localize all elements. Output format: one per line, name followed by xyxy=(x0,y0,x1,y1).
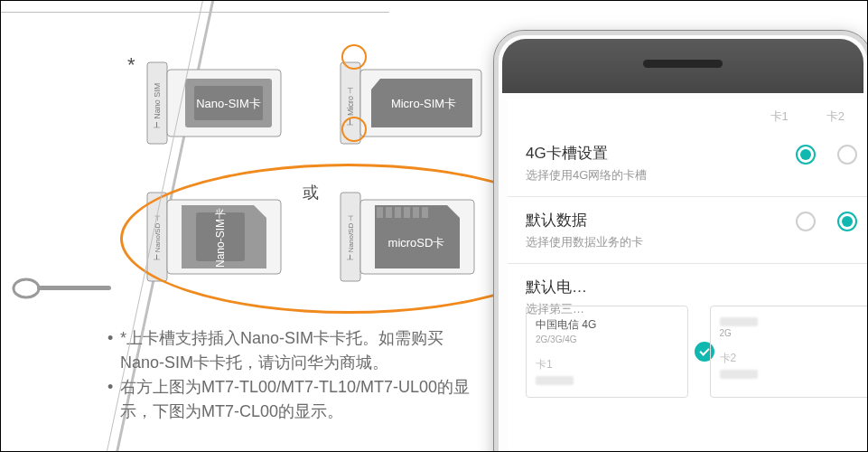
phone-screen: 卡1 卡2 4G卡槽设置选择使用4G网络的卡槽 默认数据选择使用数据业务的卡 默… xyxy=(508,99,868,452)
radio-icon[interactable] xyxy=(796,212,816,231)
note-1: *上卡槽支持插入Nano-SIM卡卡托。如需购买Nano-SIM卡卡托，请访问华… xyxy=(120,326,487,375)
sim-card-1[interactable]: 中国电信 4G 2G/3G/4G 卡1 xyxy=(526,306,688,398)
svg-point-20 xyxy=(14,279,39,297)
row-title: 默认数据 xyxy=(526,210,774,231)
svg-rect-17 xyxy=(404,207,410,218)
blurred-text xyxy=(720,317,758,326)
speaker-icon xyxy=(643,60,723,68)
svg-rect-19 xyxy=(422,207,428,218)
tray-nano-sim: Nano-SIM卡 ⊢ Nano SIM xyxy=(142,53,286,153)
svg-rect-16 xyxy=(395,207,401,218)
tray-b-card-label: Micro-SIM卡 xyxy=(391,97,456,110)
sim-tag: 卡1 xyxy=(536,357,678,372)
highlight-circle-icon xyxy=(341,117,367,142)
svg-rect-18 xyxy=(413,207,419,218)
tray-a-side-label: ⊢ Nano SIM xyxy=(153,83,162,129)
sim-net: 2G xyxy=(720,328,863,338)
asterisk: * xyxy=(127,53,135,77)
blurred-text xyxy=(720,370,758,379)
tray-c-card-label: Nano-SIM卡 xyxy=(214,208,227,268)
sim-card-2[interactable]: 2G 卡2 xyxy=(710,306,869,398)
radio-icon[interactable] xyxy=(796,145,816,165)
tray-c-side-label: ⊢ Nano/SD ⊣ xyxy=(154,215,162,261)
sim-net: 2G/3G/4G xyxy=(536,334,678,344)
row-subtitle: 选择使用数据业务的卡 xyxy=(526,234,774,250)
sim-name: 中国电信 4G xyxy=(536,317,678,333)
tray-d-card-label: microSD卡 xyxy=(388,236,445,250)
col-card1: 卡1 xyxy=(770,108,789,125)
tray-a-card-label: Nano-SIM卡 xyxy=(196,97,261,110)
note-2: 右方上图为MT7-TL00/MT7-TL10/MT7-UL00的显示，下图为MT… xyxy=(120,375,487,424)
page: * Nano-SIM卡 ⊢ Nano SIM Micro-SIM卡 ⊢ Micr… xyxy=(0,0,868,452)
phone: 卡1 卡2 4G卡槽设置选择使用4G网络的卡槽 默认数据选择使用数据业务的卡 默… xyxy=(493,30,868,452)
column-header: 卡1 卡2 xyxy=(508,99,868,130)
notes: •*上卡槽支持插入Nano-SIM卡卡托。如需购买Nano-SIM卡卡托，请访问… xyxy=(107,326,487,424)
blurred-text xyxy=(536,376,574,385)
tray-microsd: microSD卡 ⊢ Nano/SD ⊣ xyxy=(335,182,480,290)
highlight-circle-icon xyxy=(341,44,367,70)
col-card2: 卡2 xyxy=(826,108,845,125)
svg-rect-21 xyxy=(37,286,111,290)
sim-card-selector: 中国电信 4G 2G/3G/4G 卡1 2G 卡2 xyxy=(526,289,868,398)
svg-rect-15 xyxy=(386,207,392,218)
tray-d-side-label: ⊢ Nano/SD ⊣ xyxy=(347,215,355,261)
top-divider xyxy=(1,1,389,13)
row-subtitle: 选择使用4G网络的卡槽 xyxy=(526,167,774,184)
svg-rect-14 xyxy=(377,207,383,218)
or-label: 或 xyxy=(303,182,319,203)
sim-eject-pin-icon xyxy=(10,272,118,308)
row-title: 4G卡槽设置 xyxy=(526,143,774,164)
row-default-data[interactable]: 默认数据选择使用数据业务的卡 xyxy=(508,197,868,264)
sim-tag: 卡2 xyxy=(720,351,863,366)
tray-nano-in-sd: Nano-SIM卡 ⊢ Nano/SD ⊣ xyxy=(142,182,286,290)
row-4g-slot[interactable]: 4G卡槽设置选择使用4G网络的卡槽 xyxy=(508,130,868,197)
radio-icon[interactable] xyxy=(837,145,857,165)
radio-icon[interactable] xyxy=(837,212,857,231)
